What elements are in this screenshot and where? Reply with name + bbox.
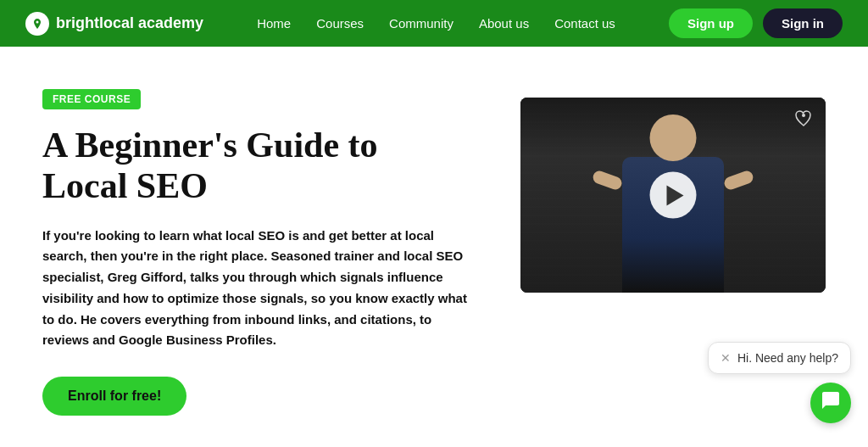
- course-description: If you're looking to learn what local SE…: [42, 226, 470, 352]
- navbar-actions: Sign up Sign in: [669, 8, 843, 38]
- svg-point-0: [36, 20, 39, 23]
- chat-message: Hi. Need any help?: [737, 351, 838, 365]
- enroll-button[interactable]: Enroll for free!: [42, 377, 186, 416]
- video-container[interactable]: [520, 98, 826, 293]
- nav-item-community[interactable]: Community: [389, 16, 453, 31]
- content-left: FREE COURSE A Beginner's Guide to Local …: [42, 89, 470, 416]
- navbar: brightlocal academy Home Courses Communi…: [0, 0, 868, 47]
- nav-item-courses[interactable]: Courses: [316, 16, 364, 31]
- chat-bubble: ✕ Hi. Need any help?: [708, 342, 851, 374]
- logo[interactable]: brightlocal academy: [25, 12, 203, 36]
- free-course-badge: FREE COURSE: [42, 89, 141, 109]
- nav-item-home[interactable]: Home: [257, 16, 291, 31]
- play-icon: [666, 185, 683, 205]
- logo-icon: [25, 12, 49, 36]
- svg-point-1: [802, 114, 805, 117]
- course-title: A Beginner's Guide to Local SEO: [42, 125, 470, 207]
- video-thumbnail: [520, 98, 826, 293]
- logo-text: brightlocal academy: [56, 14, 203, 32]
- main-nav: Home Courses Community About us Contact …: [257, 16, 615, 31]
- chat-widget: ✕ Hi. Need any help?: [708, 342, 851, 423]
- brightlocal-logo-video: [793, 108, 814, 132]
- chat-open-button[interactable]: [810, 383, 851, 423]
- nav-item-about[interactable]: About us: [479, 16, 529, 31]
- nav-item-contact[interactable]: Contact us: [554, 16, 615, 31]
- signup-button[interactable]: Sign up: [669, 8, 753, 38]
- chat-icon: [821, 390, 841, 416]
- person-head: [650, 115, 697, 161]
- signin-button[interactable]: Sign in: [763, 8, 843, 38]
- play-button[interactable]: [650, 172, 697, 219]
- chat-close-button[interactable]: ✕: [721, 351, 731, 365]
